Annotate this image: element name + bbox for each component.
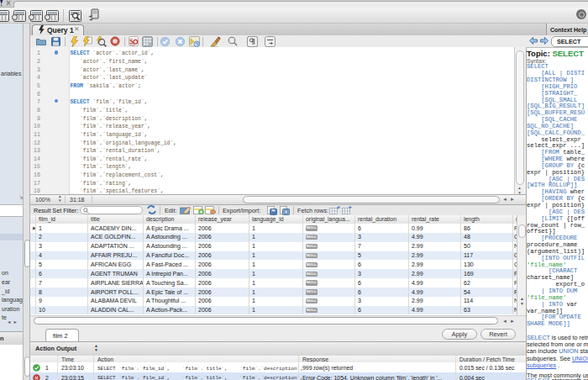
- svg-text:SQL: SQL: [130, 43, 135, 46]
